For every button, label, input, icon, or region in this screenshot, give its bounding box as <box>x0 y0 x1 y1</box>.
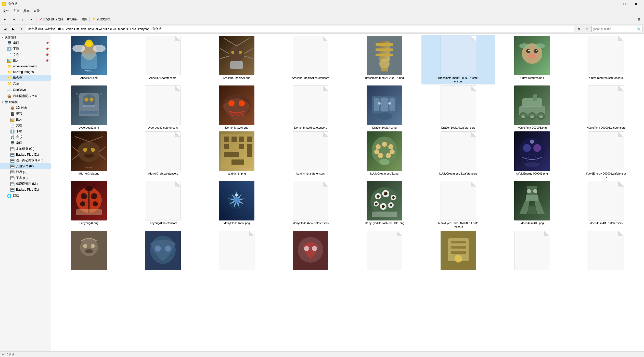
sidebar-item-drive-d1[interactable]: 💾 Backup Plus (D:) <box>0 152 51 157</box>
menu-home[interactable]: 主页 <box>11 8 21 14</box>
sidebar-item-baidu[interactable]: 📦 百度网盘同步空间 <box>0 93 51 99</box>
file-item-demon-safe[interactable]: DemonMawAI.safetensors <box>274 84 347 130</box>
file-item-cyberdead-png[interactable]: cyberdead2.png <box>52 84 126 130</box>
up-button[interactable]: ↑ <box>18 15 27 23</box>
file-item-kugly-png[interactable]: kUglyCreaturesV2.png <box>347 130 421 180</box>
address-refresh-button[interactable]: ↻ <box>575 26 582 33</box>
file-item-kcutetank-png[interactable]: kCuteTank-000005.png <box>495 84 569 130</box>
file-item-kvoid-png[interactable]: kVoidEnergy-000001.png <box>495 130 569 180</box>
sidebar-item-docs-pc[interactable]: 📄 文档 <box>0 122 51 128</box>
file-item-cyberdead-safe[interactable]: cyberdead2.safetensors <box>126 84 200 130</box>
file-item-manyeyed-png[interactable]: ManyEyedHorrorAI-000011.png <box>347 180 421 230</box>
path-computer[interactable]: 此电脑 (b:) <box>28 27 43 31</box>
file-item-khorrorcrab-png[interactable]: coffee mug kHorrorCrab.png <box>52 130 126 180</box>
file-item-dragon-safe[interactable]: Dra9onScaleAI.safetensors <box>421 84 495 130</box>
path-other-software[interactable]: 其他软件 (b:) <box>45 27 62 31</box>
sidebar-item-downloads[interactable]: ⬇️ 下载 📌 <box>0 46 51 52</box>
menu-file[interactable]: 文件 <box>1 8 11 14</box>
file-item-cute-png[interactable]: CuteCreatures.png <box>495 35 569 84</box>
sidebar-item-documents[interactable]: 📄 文档 📌 <box>0 52 51 58</box>
path-lora[interactable]: Lora <box>130 27 136 31</box>
nav-forward-button[interactable]: ▶ <box>10 26 17 33</box>
sidebar-item-desktop[interactable]: 🖥️ 桌面 📌 <box>0 40 51 46</box>
sidebar-item-articles[interactable]: 📁 文章 <box>0 81 51 87</box>
minimize-button[interactable]: ─ <box>607 0 619 8</box>
file-item-mech4nim-safe[interactable]: Mech4nim4lAI.safetensors <box>569 180 643 230</box>
sidebar-item-drive-b[interactable]: 💾 其他软件 (b:) <box>0 163 51 169</box>
nav-back-button[interactable]: ◀ <box>2 26 9 33</box>
maximize-button[interactable]: □ <box>619 0 630 8</box>
nav-up-button[interactable]: ↑ <box>18 26 25 33</box>
sidebar-item-drive-d2[interactable]: 💾 Backup Plus (D:) <box>0 187 51 192</box>
file-item-ladybug-png[interactable]: LadybugAI.png <box>52 180 126 230</box>
address-path[interactable]: 此电脑 (b:) › 其他软件 (b:) › Stable Diffusion … <box>26 26 574 32</box>
file-item-demon-png[interactable]: DemonMawAI.png <box>200 84 274 130</box>
file-item-40[interactable] <box>569 230 643 272</box>
file-item-34[interactable] <box>126 230 200 272</box>
sidebar-item-music[interactable]: 🎵 音乐 <box>0 134 51 140</box>
sidebar-item-pictures-pc[interactable]: 🖼️ 图片 <box>0 117 51 122</box>
file-item-kcutetank-safe[interactable]: kCuteTank-000005.safetensors <box>569 84 643 130</box>
file-item-brass-safe[interactable]: BrassInstrumentAI-000014.safetensors <box>421 35 495 84</box>
sidebar-item-pictures[interactable]: 🖼️ 图片 📌 <box>0 58 51 64</box>
view-button[interactable]: ⊞ <box>635 15 643 23</box>
file-item-manyeyed-safe[interactable]: ManyEyedHorrorAI-000011.safetensors <box>421 180 495 230</box>
sidebar-item-drive-c[interactable]: 💾 本地磁盘 (C:) <box>0 146 51 152</box>
sidebar-item-network[interactable]: 🌐 网络 <box>0 193 51 199</box>
close-button[interactable]: ✕ <box>630 0 642 8</box>
file-item-arachno-png[interactable]: ArachnoPhobiaAI.png <box>200 35 274 84</box>
file-item-39[interactable] <box>495 230 569 272</box>
sidebar-item-desktop-pc[interactable]: 🖥️ 桌面 <box>0 140 51 146</box>
file-item-angelic-safe[interactable]: AngelicAI.safetensors <box>126 35 200 84</box>
file-item-brass-png[interactable]: BrassInstrumentAI-000014.png <box>347 35 421 84</box>
sidebar-item-drive-j[interactable]: 💾 源界 (J:) <box>0 169 51 175</box>
sidebar-item-novelai[interactable]: 📁 novelai-webui-aki <box>0 64 51 69</box>
sidebar-item-drive-e[interactable]: 💾 设计办公类软件 (E:) <box>0 157 51 163</box>
back-button[interactable]: ← <box>1 15 9 23</box>
sidebar-item-3dobjects[interactable]: 📦 3D 对象 <box>0 105 51 111</box>
sidebar-item-onedrive[interactable]: ☁️ OneDrive <box>0 87 51 93</box>
sidebar-item-downloads-pc[interactable]: ⬇️ 下载 <box>0 128 51 134</box>
file-item-khorrorcrab-safe[interactable]: kHorrorCrab.safetensors <box>126 130 200 180</box>
file-item-kugly-safe[interactable]: kUglyCreaturesV2.safetensors <box>421 130 495 180</box>
properties-button[interactable]: 属性 <box>80 15 88 23</box>
recent-button[interactable]: ▾ <box>27 15 35 23</box>
file-item-35[interactable] <box>200 230 274 272</box>
sidebar-item-txt2img[interactable]: 📁 txt2img-images <box>0 69 51 75</box>
path-konyconi[interactable]: konyconi <box>138 27 150 31</box>
sidebar-item-video[interactable]: 🎬 视频 <box>0 111 51 117</box>
file-item-manyblades-png[interactable]: ManyBladesAlv2.png <box>200 180 274 230</box>
new-folder-button[interactable]: 📁 新建文件夹 <box>91 15 112 23</box>
address-dropdown-button[interactable]: ▾ <box>583 26 590 33</box>
file-item-manyblades-safe[interactable]: ManyBladesAlv2.safetensors <box>274 180 347 230</box>
search-input[interactable] <box>593 27 637 31</box>
sidebar-item-drive-l[interactable]: 💾 工具 (L:) <box>0 175 51 181</box>
file-item-arachno-safe[interactable]: ArachnoPhobiaAI.safetensors <box>274 35 347 84</box>
file-item-38[interactable] <box>421 230 495 272</box>
copy-path-button[interactable]: 复制路径 <box>65 15 79 23</box>
file-item-klabyrinth-png[interactable]: kLabyrinth.png <box>200 130 274 180</box>
file-item-angelic-png[interactable]: AngelicAI AngelicAI.png <box>52 35 126 84</box>
menu-view[interactable]: 查看 <box>32 8 42 14</box>
file-item-36[interactable] <box>274 230 347 272</box>
search-box[interactable]: 🔍 <box>591 26 642 32</box>
forward-button[interactable]: → <box>10 15 18 23</box>
computer-header[interactable]: ▾ 🖥️ 此电脑 <box>0 100 51 105</box>
path-stable-diffusion[interactable]: Stable Diffusion <box>65 27 86 31</box>
path-novelai[interactable]: novelai-webui-aki-v3 <box>88 27 116 31</box>
path-current[interactable]: 杂合类 <box>152 27 161 31</box>
file-item-33[interactable] <box>52 230 126 272</box>
quick-access-header[interactable]: ▾ 快速访问 <box>0 35 51 40</box>
path-models[interactable]: models <box>118 27 128 31</box>
sidebar-item-drive-m[interactable]: 💾 供应商资料 (M:) <box>0 181 51 187</box>
file-item-cute-safe[interactable]: CuteCreatures.safetensors <box>569 35 643 84</box>
pin-button[interactable]: 📌 固定到快速访问 <box>37 15 65 23</box>
file-item-37[interactable] <box>347 230 421 272</box>
file-item-dragon-png[interactable]: Dra9onScaleAI.png <box>347 84 421 130</box>
file-item-kvoid-safe[interactable]: kVoidEnergy-000001.safetensors <box>569 130 643 180</box>
file-item-ladybug-safe[interactable]: LadybugAI.safetensors <box>126 180 200 230</box>
menu-share[interactable]: 共享 <box>21 8 32 14</box>
sidebar-item-zahulei[interactable]: 📁 杂合类 <box>0 75 51 81</box>
file-item-klabyrinth-safe[interactable]: kLabyrinth.safetensors <box>274 130 347 180</box>
file-item-mech4nim-png[interactable]: Mech4nim4lAI.png <box>495 180 569 230</box>
